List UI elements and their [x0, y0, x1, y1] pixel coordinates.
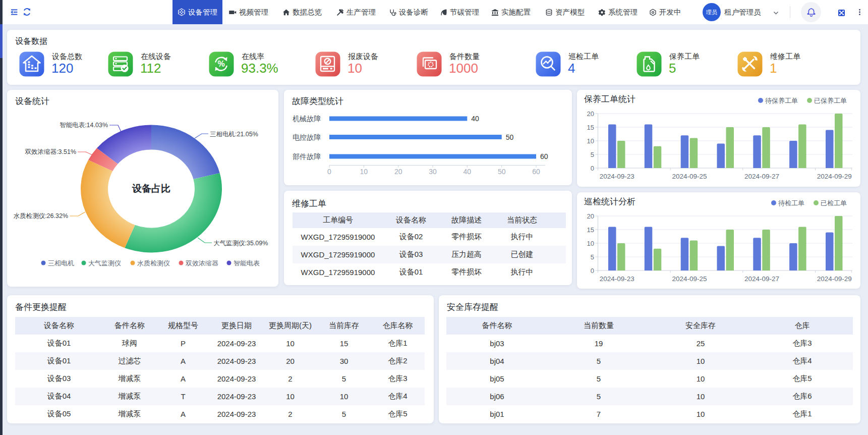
svg-text:15: 15 [587, 124, 594, 131]
svg-text:待保养工单: 待保养工单 [765, 97, 798, 104]
svg-text:60: 60 [532, 168, 540, 176]
svg-text:50: 50 [506, 133, 514, 141]
svg-text:40: 40 [464, 168, 472, 176]
svg-text:2024-09-29: 2024-09-29 [817, 173, 852, 180]
svg-text:30: 30 [429, 168, 437, 176]
svg-text:电控故障: 电控故障 [293, 133, 321, 141]
svg-text:2024-09-25: 2024-09-25 [672, 173, 707, 180]
svg-text:巡检统计分析: 巡检统计分析 [584, 197, 635, 206]
svg-text:40: 40 [471, 115, 479, 123]
svg-text:智能电表: 智能电表 [234, 259, 260, 267]
svg-text:2024-09-23: 2024-09-23 [600, 173, 634, 180]
svg-text:已保养工单: 已保养工单 [814, 97, 847, 104]
svg-text:20: 20 [587, 110, 594, 118]
svg-text:三相电机:21.05%: 三相电机:21.05% [210, 131, 258, 138]
svg-text:0: 0 [591, 267, 594, 275]
svg-text:2024-09-23: 2024-09-23 [600, 275, 634, 283]
svg-text:三相电机: 三相电机 [48, 259, 74, 267]
svg-text:2024-09-27: 2024-09-27 [744, 275, 779, 283]
svg-text:10: 10 [587, 240, 594, 247]
svg-text:机械故障: 机械故障 [293, 115, 321, 123]
svg-text:15: 15 [587, 226, 594, 234]
svg-text:2024-09-27: 2024-09-27 [744, 173, 779, 180]
svg-text:0: 0 [327, 168, 331, 176]
svg-text:已检工单: 已检工单 [821, 199, 847, 207]
svg-text:智能电表:14.03%: 智能电表:14.03% [60, 122, 108, 129]
svg-text:水质检测仪:26.32%: 水质检测仪:26.32% [14, 212, 68, 220]
svg-text:待检工单: 待检工单 [778, 199, 804, 207]
svg-text:60: 60 [540, 152, 548, 160]
svg-text:2024-09-29: 2024-09-29 [817, 275, 852, 283]
svg-text:5: 5 [591, 253, 594, 261]
svg-text:双效浓缩器:3.51%: 双效浓缩器:3.51% [25, 148, 76, 155]
svg-text:部件故障: 部件故障 [293, 152, 321, 160]
svg-text:双效浓缩器: 双效浓缩器 [185, 259, 218, 267]
svg-text:20: 20 [587, 212, 594, 220]
svg-text:大气监测仪: 大气监测仪 [88, 259, 121, 267]
svg-text:设备占比: 设备占比 [132, 183, 170, 194]
svg-text:保养工单统计: 保养工单统计 [584, 94, 635, 104]
svg-text:大气监测仪:35.09%: 大气监测仪:35.09% [213, 240, 268, 247]
svg-text:10: 10 [360, 168, 368, 176]
svg-text:0: 0 [591, 165, 594, 172]
svg-text:2024-09-25: 2024-09-25 [672, 275, 707, 283]
svg-text:20: 20 [394, 168, 402, 176]
svg-text:10: 10 [587, 137, 594, 145]
svg-text:50: 50 [498, 168, 506, 176]
svg-text:%: % [217, 60, 224, 68]
svg-text:5: 5 [591, 151, 594, 158]
svg-text:水质检测仪: 水质检测仪 [137, 259, 170, 267]
